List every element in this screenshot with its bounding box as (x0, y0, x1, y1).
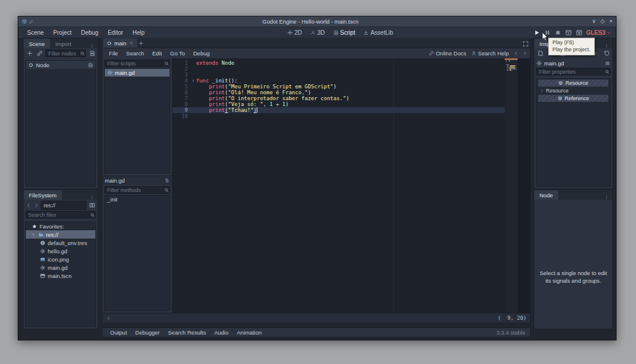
code-minimap[interactable] (505, 58, 518, 313)
method-item--init[interactable]: _init (105, 196, 170, 203)
tab-filesystem[interactable]: FileSystem (24, 190, 62, 200)
workspace-script[interactable]: Script (330, 29, 359, 36)
code-line[interactable]: 5 print("Meu Primeiro Script em GDScript… (173, 84, 505, 90)
tree-expand-icon[interactable]: ∨ (32, 232, 36, 237)
fs-back-button[interactable] (25, 201, 32, 209)
line-number: 10 (173, 113, 190, 119)
code-line[interactable]: 4∨func _init(): (173, 78, 505, 84)
file-row-default-env-tres[interactable]: default_env.tres (26, 239, 95, 247)
version-label: 3.3.4.stable (496, 329, 526, 336)
code-editor[interactable]: 1extends Node234∨func _init():5 print("M… (173, 58, 530, 313)
code-line[interactable]: 1extends Node (173, 60, 505, 66)
script-menu-debug[interactable]: Debug (189, 50, 214, 57)
code-line-current[interactable]: 9 print("Tchau!") (173, 107, 505, 113)
tab-import[interactable]: Import (50, 39, 77, 48)
code-line[interactable]: 8 print("Veja só: ", 1 + 1) (173, 101, 505, 107)
fs-split-mode-button[interactable] (88, 201, 96, 209)
fs-root-row[interactable]: ∨res:// (26, 230, 95, 239)
script-menu-go-to[interactable]: Go To (166, 50, 189, 57)
bottom-tab-audio[interactable]: Audio (210, 329, 233, 336)
file-row-main-gd[interactable]: main.gd (26, 263, 95, 272)
code-line[interactable]: 7 print("O interpretador saber fazer con… (173, 95, 505, 101)
group-resource[interactable]: Resource (538, 87, 608, 94)
menu-debug[interactable]: Debug (76, 29, 102, 36)
instance-scene-button[interactable] (35, 49, 44, 57)
attach-script-button[interactable] (88, 49, 96, 57)
scroll-left-icon[interactable] (106, 316, 111, 321)
filesystem-tree: Favorites:∨res://default_env.treshello.g… (25, 221, 96, 327)
inspector-history-button[interactable] (602, 49, 611, 57)
new-scene-tab-button[interactable] (137, 38, 145, 48)
menu-editor[interactable]: Editor (103, 29, 128, 36)
maximize-button[interactable]: ◇ (601, 19, 605, 24)
script-menu-edit[interactable]: Edit (148, 50, 165, 57)
category-label: Resource (565, 80, 588, 86)
script-menu-file[interactable]: File (105, 50, 122, 57)
bottom-tab-animation[interactable]: Animation (233, 329, 266, 336)
workspace-assetlib[interactable]: AssetLib (360, 29, 396, 36)
scripts-panel: main.gd main.gd _init (102, 58, 173, 313)
scene-dock-menu-button[interactable] (87, 44, 97, 48)
play-custom-scene-button[interactable] (575, 29, 582, 37)
category-resource[interactable]: Resource (538, 80, 608, 87)
bottom-tab-debugger[interactable]: Debugger (131, 329, 164, 336)
code-line[interactable]: 3 (173, 72, 505, 78)
menu-scene[interactable]: Scene (22, 29, 48, 36)
file-row-main-tscn[interactable]: main.tscn (26, 272, 95, 280)
gdscript-icon (107, 70, 112, 75)
add-node-button[interactable] (25, 49, 34, 57)
search-files-input[interactable] (25, 211, 96, 219)
filter-properties-input[interactable] (536, 68, 611, 75)
workspace-3d[interactable]: 3D (307, 29, 329, 36)
code-scrollbar[interactable] (518, 58, 530, 313)
history-forward-icon[interactable] (522, 51, 528, 56)
filesystem-dock: FileSystem res:// Favorites:∨res://defau… (23, 189, 98, 329)
code-line[interactable]: 6 print("Olá! Meu nome é Franco.") (173, 90, 505, 95)
node-dock-menu-button[interactable] (602, 195, 611, 200)
history-back-icon[interactable] (514, 51, 519, 56)
new-resource-button[interactable] (536, 49, 544, 57)
filter-methods-input[interactable] (104, 186, 170, 194)
script-menu-search[interactable]: Search (122, 50, 148, 57)
menu-help[interactable]: Help (128, 29, 150, 36)
distraction-free-button[interactable] (521, 40, 529, 48)
menu-project[interactable]: Project (48, 29, 76, 36)
file-row-hello-gd[interactable]: hello.gd (26, 247, 95, 255)
script-item-main-gd[interactable]: main.gd (105, 69, 170, 77)
workspace-2d[interactable]: 2D (284, 29, 306, 36)
file-row-icon-png[interactable]: icon.png (26, 255, 95, 263)
code-text: print("Veja só: ", 1 + 1) (196, 101, 505, 107)
minimize-button[interactable]: ∨ (592, 19, 596, 24)
window-titlebar[interactable]: Godot Engine - Hello-world - main.tscn ∨… (18, 16, 616, 27)
tools-icon[interactable] (605, 61, 610, 66)
play-scene-button[interactable] (565, 29, 572, 37)
close-button[interactable]: × (610, 19, 612, 24)
tab-node[interactable]: Node (534, 190, 558, 200)
fs-path[interactable]: res:// (41, 201, 87, 210)
bottom-tab-output[interactable]: Output (106, 329, 131, 336)
inspected-object-row[interactable]: main.gd (534, 58, 612, 68)
scene-tab-main[interactable]: main (103, 38, 137, 48)
tab-scene[interactable]: Scene (24, 39, 50, 48)
code-line[interactable]: 2 (173, 66, 505, 72)
play-button[interactable] (533, 29, 540, 37)
minimap-grabber[interactable] (505, 58, 518, 60)
fold-arrow-icon[interactable]: ∨ (190, 78, 196, 84)
renderer-dropdown[interactable]: GLES3 (586, 29, 611, 36)
sort-icon[interactable] (164, 178, 170, 183)
line-number: 5 (173, 84, 190, 90)
favorites-row[interactable]: Favorites: (26, 222, 95, 230)
category-reference[interactable]: Reference (538, 95, 608, 102)
online-docs-button[interactable]: Online Docs (429, 50, 466, 57)
code-line[interactable]: 10 (173, 113, 505, 119)
inspector-menu-button[interactable] (602, 44, 611, 48)
search-help-button[interactable]: Search Help (471, 50, 509, 57)
stop-button[interactable] (554, 29, 561, 37)
code-text: print("Tchau!") (196, 107, 505, 113)
fs-forward-button[interactable] (33, 201, 39, 209)
close-icon[interactable] (129, 41, 134, 45)
scene-tree-node[interactable]: Node (26, 61, 95, 69)
filter-scripts-input[interactable] (104, 59, 170, 67)
filesystem-menu-button[interactable] (87, 195, 97, 200)
bottom-tab-search-results[interactable]: Search Results (164, 329, 210, 336)
